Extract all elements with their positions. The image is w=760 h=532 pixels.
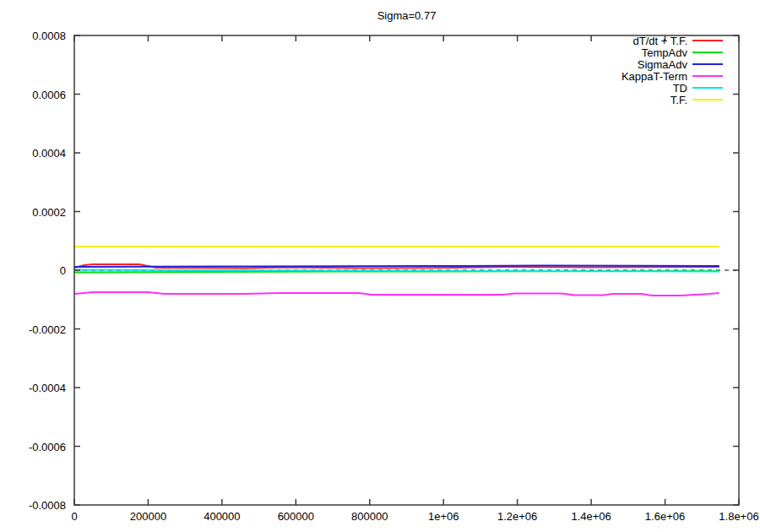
legend-line-sample — [692, 40, 723, 41]
legend-entry: SigmaAdv — [622, 58, 723, 70]
chart-figure: Sigma=0.77 0.00080.00060.00040.00020-0.0… — [0, 0, 760, 532]
y-tick-label: -0.0002 — [0, 323, 66, 335]
legend-label: dT/dt + T.F. — [633, 35, 687, 47]
legend-entry: dT/dt + T.F. — [622, 35, 723, 46]
legend-line-sample — [692, 52, 723, 53]
x-tick-label: 1.8e+06 — [688, 510, 760, 523]
legend: dT/dt + T.F.TempAdvSigmaAdvKappaT-TermTD… — [622, 35, 723, 106]
legend-line-sample — [692, 87, 723, 89]
y-tick-label: 0.0008 — [0, 30, 66, 42]
legend-label: SigmaAdv — [638, 58, 687, 71]
legend-label: KappaT-Term — [622, 70, 687, 83]
y-tick-label: -0.0006 — [0, 440, 66, 453]
legend-entry: KappaT-Term — [622, 70, 723, 82]
legend-label: TD — [673, 82, 687, 95]
legend-line-sample — [692, 99, 723, 100]
legend-label: TempAdv — [642, 46, 687, 59]
legend-line-sample — [692, 75, 723, 77]
legend-entry: T.F. — [622, 94, 723, 106]
y-tick-label: -0.0004 — [0, 382, 66, 394]
y-tick-label: 0.0006 — [0, 88, 66, 100]
series-line-kappat-term — [74, 292, 719, 296]
y-tick-label: 0.0004 — [0, 147, 66, 160]
legend-line-sample — [692, 63, 723, 65]
legend-label: T.F. — [670, 94, 687, 106]
y-tick-label: 0 — [0, 264, 66, 277]
legend-entry: TempAdv — [622, 46, 723, 58]
legend-entry: TD — [622, 82, 723, 94]
y-tick-label: 0.0002 — [0, 205, 66, 218]
